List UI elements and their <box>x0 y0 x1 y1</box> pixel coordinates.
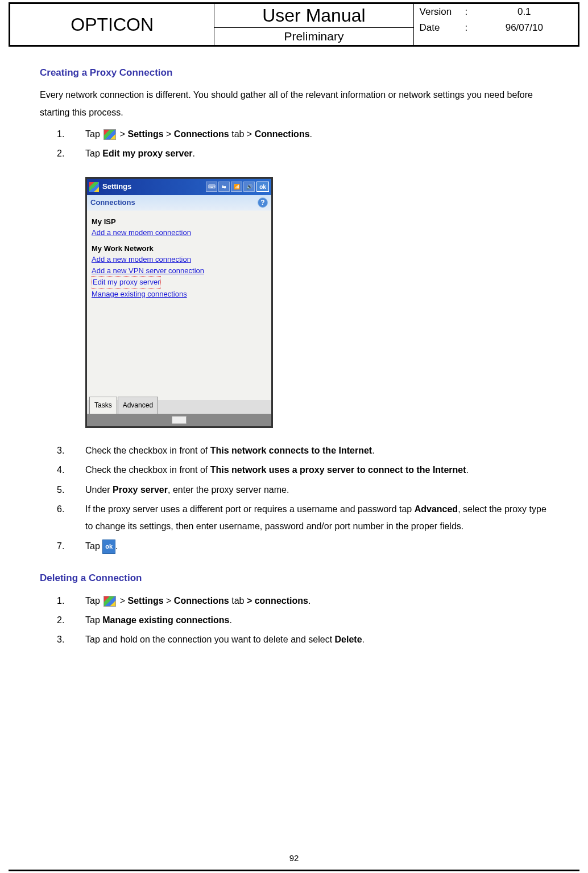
step-number: 3. <box>57 442 85 459</box>
t: > <box>117 129 127 139</box>
header-version-block: Version : 0.1 Date : 96/07/10 <box>413 4 578 45</box>
step-list-1b: 3. Check the checkbox in front of This n… <box>57 442 548 555</box>
step-number: 1. <box>57 126 85 143</box>
t: . <box>308 596 310 606</box>
signal-icon[interactable]: 📶 <box>231 182 242 192</box>
wm-body: My ISP Add a new modem connection My Wor… <box>87 211 271 303</box>
step-number: 2. <box>57 612 85 629</box>
t: > <box>117 596 127 606</box>
t: Settings <box>127 596 163 606</box>
start-icon <box>103 129 116 140</box>
t: . <box>193 149 195 158</box>
step-text: If the proxy server uses a different por… <box>85 501 548 536</box>
t: This network connects to the Internet <box>210 446 372 455</box>
t: Connections <box>174 129 229 139</box>
date-label: Date <box>420 22 465 34</box>
t: . <box>115 541 118 551</box>
version-label: Version <box>420 6 465 18</box>
step-text: Tap > Settings > Connections tab > conne… <box>85 592 548 610</box>
device-screenshot: Settings ⌨ ⇆ 📶 🔊 ok Connections ? My ISP… <box>85 177 273 428</box>
ok-button[interactable]: ok <box>256 182 269 192</box>
t: Settings <box>127 129 163 139</box>
help-icon[interactable]: ? <box>258 197 268 208</box>
tab-tasks[interactable]: Tasks <box>89 397 117 414</box>
version-value: 0.1 <box>477 6 572 18</box>
t: Tap and hold on the connection you want … <box>85 635 335 644</box>
t: This network uses a proxy server to conn… <box>210 465 466 475</box>
link-manage-connections[interactable]: Manage existing connections <box>92 290 187 298</box>
screenshot-wrap: Settings ⌨ ⇆ 📶 🔊 ok Connections ? My ISP… <box>57 177 548 428</box>
t: Tap <box>85 541 102 551</box>
t: If the proxy server uses a different por… <box>85 504 415 514</box>
t: Tap <box>85 129 102 139</box>
step: 2. Tap Edit my proxy server. <box>57 145 548 162</box>
colon: : <box>465 6 477 18</box>
t: Under <box>85 485 113 495</box>
t: > <box>164 596 174 606</box>
t: , enter the proxy server name. <box>168 485 289 495</box>
page-content: Creating a Proxy Connection Every networ… <box>0 47 588 649</box>
link-add-modem-isp[interactable]: Add a new modem connection <box>92 228 191 237</box>
step-text: Tap Edit my proxy server. <box>85 145 548 162</box>
wm-sip-bar <box>87 414 271 426</box>
t: Delete <box>335 635 362 644</box>
t: tab <box>229 596 247 606</box>
section-heading-delete: Deleting a Connection <box>40 569 548 587</box>
t: Tap <box>85 615 102 625</box>
step-number: 1. <box>57 592 85 610</box>
t: > <box>164 129 174 139</box>
step-text: Under Proxy server, enter the proxy serv… <box>85 481 548 499</box>
step-list-1: 1. Tap > Settings > Connections tab > Co… <box>57 126 548 163</box>
step: 2. Tap Manage existing connections. <box>57 612 548 629</box>
t: Tap <box>85 149 102 158</box>
start-icon[interactable] <box>89 182 99 192</box>
intro-text: Every network connection is different. Y… <box>40 87 548 121</box>
connectivity-icon[interactable]: ⇆ <box>218 182 230 192</box>
ok-icon: ok <box>102 540 115 554</box>
step-text: Tap Manage existing connections. <box>85 612 548 629</box>
wm-titlebar: Settings ⌨ ⇆ 📶 🔊 ok <box>87 179 271 195</box>
link-add-vpn[interactable]: Add a new VPN server connection <box>92 266 204 275</box>
document-header: OPTICON User Manual Preliminary Version … <box>9 2 579 47</box>
link-edit-proxy[interactable]: Edit my proxy server <box>92 276 161 289</box>
wm-subtitle: Connections <box>90 196 135 210</box>
step-number: 6. <box>57 501 85 536</box>
step: 1. Tap > Settings > Connections tab > co… <box>57 592 548 610</box>
step: 5. Under Proxy server, enter the proxy s… <box>57 481 548 499</box>
t: . <box>362 635 365 644</box>
company-name: OPTICON <box>10 4 214 45</box>
wm-title: Settings <box>102 180 205 194</box>
sip-toggle-icon[interactable]: ⌨ <box>206 182 217 192</box>
step-number: 7. <box>57 538 85 555</box>
step-text: Tap > Settings > Connections tab > Conne… <box>85 126 548 143</box>
page-number: 92 <box>0 853 588 863</box>
date-value: 96/07/10 <box>477 22 572 34</box>
step-number: 3. <box>57 631 85 648</box>
t: tab > <box>229 129 255 139</box>
step-number: 2. <box>57 145 85 162</box>
footer-rule <box>9 870 579 871</box>
step-number: 5. <box>57 481 85 499</box>
tab-advanced[interactable]: Advanced <box>118 397 158 414</box>
step: 3. Tap and hold on the connection you wa… <box>57 631 548 648</box>
step-text: Tap and hold on the connection you want … <box>85 631 548 648</box>
volume-icon[interactable]: 🔊 <box>243 182 255 192</box>
header-center: User Manual Preliminary <box>214 4 413 45</box>
t: Connections <box>255 129 310 139</box>
t: Advanced <box>415 504 458 514</box>
step-text: Check the checkbox in front of This netw… <box>85 462 548 479</box>
group-mywork: My Work Network <box>92 243 267 254</box>
link-add-modem-work[interactable]: Add a new modem connection <box>92 255 191 263</box>
colon: : <box>465 22 477 34</box>
doc-title: User Manual <box>214 4 413 28</box>
keyboard-icon[interactable] <box>172 416 187 424</box>
date-row: Date : 96/07/10 <box>414 20 578 36</box>
t: Check the checkbox in front of <box>85 465 210 475</box>
step: 6. If the proxy server uses a different … <box>57 501 548 536</box>
step-text: Tap ok. <box>85 538 548 555</box>
doc-subtitle: Preliminary <box>214 28 413 45</box>
version-row: Version : 0.1 <box>414 4 578 20</box>
step-text: Check the checkbox in front of This netw… <box>85 442 548 459</box>
t: Proxy server <box>113 485 168 495</box>
t: . <box>229 615 231 625</box>
